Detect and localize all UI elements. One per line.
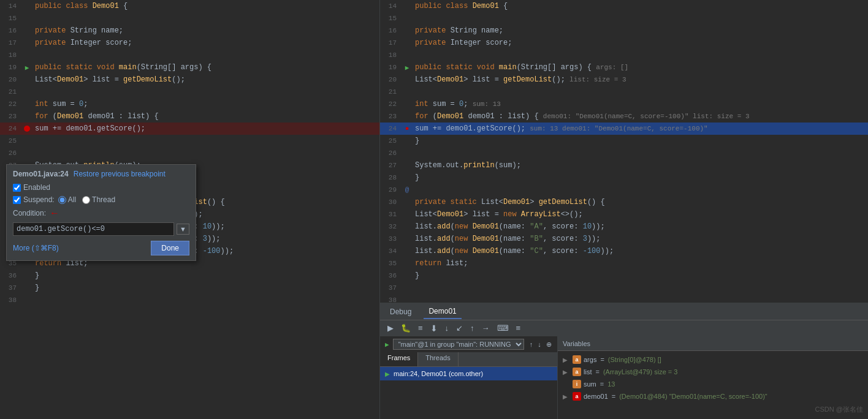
line-number: 14	[380, 2, 402, 10]
right-code-line-19: 19▶ public static void main(String[] arg…	[380, 61, 868, 74]
var-equals: =	[595, 368, 599, 376]
thread-down-btn[interactable]: ↓	[536, 340, 543, 349]
console-btn[interactable]: ≡	[416, 322, 425, 334]
code-line-20: 20 List<Demo01> list = getDemoList();	[0, 74, 379, 86]
all-radio[interactable]	[58, 196, 66, 204]
var-expand-icon[interactable]: ▶	[563, 393, 570, 400]
thread-up-btn[interactable]: ↑	[528, 340, 535, 349]
condition-input[interactable]	[13, 222, 174, 236]
all-radio-label[interactable]: All	[58, 195, 76, 204]
exec-arrow-icon: ▶	[405, 64, 409, 72]
debugger-btn[interactable]: 🐛	[398, 322, 413, 334]
right-code-line-25: 25 }	[380, 135, 868, 147]
var-equals: =	[600, 356, 604, 363]
line-content: }	[413, 173, 868, 182]
var-value: (Demo01@484) "Demo01(name=C, score=-100)…	[619, 393, 767, 400]
force-step-into-btn[interactable]: ↙	[454, 322, 465, 334]
main-content: 14public class Demo01 {1516 private Stri…	[0, 0, 868, 419]
more-btn[interactable]: ≡	[514, 322, 523, 334]
resume-btn[interactable]: ▶	[385, 322, 396, 334]
frame-list: ▶ main:24, Demo01 (com.other)	[380, 367, 557, 419]
line-content: list.add(new Demo01(name: "C", score: -1…	[413, 247, 868, 255]
line-number: 24	[0, 125, 21, 132]
condition-history-btn[interactable]: ▼	[177, 224, 189, 235]
line-number: 28	[380, 174, 402, 181]
frame-item[interactable]: ▶ main:24, Demo01 (com.other)	[380, 367, 557, 380]
step-out-btn[interactable]: ↑	[468, 322, 477, 334]
line-number: 23	[380, 113, 402, 120]
step-into-btn[interactable]: ↓	[443, 322, 452, 334]
line-number: 29	[380, 186, 402, 194]
run-to-cursor-btn[interactable]: →	[479, 322, 492, 334]
var-equals: =	[600, 380, 604, 388]
var-name: demo01	[584, 393, 608, 400]
condition-arrow-icon: ←	[50, 208, 59, 219]
thread-select[interactable]: "main"@1 in group "main": RUNNING	[393, 339, 524, 350]
enabled-checkbox-label[interactable]: Enabled	[13, 183, 50, 192]
var-item[interactable]: ▶ a args = (String[0]@478) []	[558, 353, 868, 366]
var-expand-icon[interactable]: ▶	[563, 369, 570, 376]
var-expand-icon[interactable]: ▶	[563, 357, 570, 363]
right-code-line-20: 20 List<Demo01> list = getDemoList(); li…	[380, 74, 868, 86]
var-name: args	[584, 356, 596, 363]
var-value: (String[0]@478) []	[608, 356, 661, 363]
line-number: 38	[0, 296, 21, 304]
step-over-btn[interactable]: ⬇	[428, 322, 440, 334]
restore-breakpoint-link[interactable]: Restore previous breakpoint	[74, 170, 166, 178]
line-gutter: ▶	[402, 64, 413, 72]
line-number: 34	[380, 247, 402, 255]
right-code-line-29: 29@	[380, 184, 868, 196]
breakpoint-dot[interactable]	[24, 126, 30, 132]
var-item[interactable]: i sum = 13	[558, 378, 868, 390]
line-number: 16	[0, 27, 21, 34]
line-gutter: @	[402, 186, 413, 194]
line-content: public static void main(String[] args) {…	[413, 63, 868, 72]
var-type-icon: i	[573, 380, 581, 388]
tab-debug[interactable]: Debug	[385, 305, 416, 319]
active-breakpoint-icon: ●	[405, 125, 409, 132]
line-number: 25	[380, 137, 402, 145]
line-number: 35	[380, 260, 402, 267]
enabled-checkbox[interactable]	[13, 184, 21, 192]
right-code-line-16: 16 private String name;	[380, 25, 868, 37]
right-code-line-37: 37	[380, 282, 868, 294]
line-content: System.out.println(sum);	[413, 161, 868, 170]
exec-arrow-icon: ▶	[25, 64, 29, 72]
right-code-line-22: 22 int sum = 0; sum: 13	[380, 98, 868, 110]
thread-filter-btn[interactable]: ⊕	[544, 340, 554, 349]
line-number: 18	[0, 51, 21, 59]
popup-header: Demo01.java:24 Restore previous breakpoi…	[13, 170, 189, 178]
var-item[interactable]: ▶ a demo01 = (Demo01@484) "Demo01(name=C…	[558, 390, 868, 402]
suspend-checkbox[interactable]	[13, 196, 21, 204]
line-content: private String name;	[32, 26, 379, 35]
line-number: 22	[0, 100, 21, 108]
suspend-checkbox-label[interactable]: Suspend:	[13, 195, 55, 204]
suspend-radio-group: All Thread	[58, 195, 115, 204]
line-content: int sum = 0;	[32, 100, 379, 108]
more-link[interactable]: More (⇧⌘F8)	[13, 244, 59, 252]
code-line-18: 18	[0, 49, 379, 61]
condition-label-row: Condition: ←	[13, 208, 189, 219]
line-content: list.add(new Demo01(name: "B", score: 3)…	[413, 235, 868, 243]
frames-tab[interactable]: Frames	[380, 352, 418, 366]
line-content: sum += demo01.getScore(); sum: 13 demo01…	[413, 124, 868, 133]
line-number: 18	[380, 51, 402, 59]
line-number: 31	[380, 211, 402, 218]
var-type-icon: a	[573, 355, 581, 364]
threads-tab[interactable]: Threads	[418, 352, 458, 366]
line-number: 17	[380, 39, 402, 47]
var-item[interactable]: ▶ a list = (ArrayList@479) size = 3	[558, 366, 868, 378]
thread-radio-label[interactable]: Thread	[82, 195, 115, 204]
tab-demo01[interactable]: Demo01	[424, 304, 461, 319]
evaluate-btn[interactable]: ⌨	[495, 322, 511, 334]
variables-header: Variables	[558, 336, 868, 351]
code-line-36: 36 }	[0, 270, 379, 282]
line-number: 22	[380, 100, 402, 108]
line-number: 17	[0, 39, 21, 47]
line-number: 33	[380, 235, 402, 243]
popup-footer: More (⇧⌘F8) Done	[13, 241, 189, 255]
thread-radio[interactable]	[82, 196, 90, 204]
done-button[interactable]: Done	[151, 241, 189, 255]
popup-title: Demo01.java:24	[13, 170, 69, 178]
line-number: 23	[0, 113, 21, 120]
